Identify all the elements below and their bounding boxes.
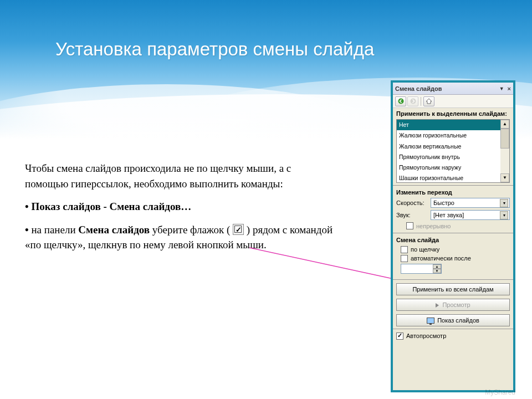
checkbox-illustration-icon bbox=[233, 224, 244, 235]
screen-icon bbox=[427, 318, 434, 324]
sound-row: Звук: [Нет звука] ▾ bbox=[396, 210, 510, 220]
svg-point-2 bbox=[410, 99, 416, 104]
preview-button[interactable]: Просмотр bbox=[396, 299, 510, 311]
chevron-down-icon[interactable]: ▼ bbox=[499, 86, 504, 91]
slide-title: Установка параметров смены слайда bbox=[55, 39, 399, 60]
dropdown-value: [Нет звука] bbox=[433, 212, 464, 218]
paragraph: Чтобы смена слайдов происходила не по ще… bbox=[25, 161, 335, 191]
slideshow-button[interactable]: Показ слайдов bbox=[396, 314, 510, 326]
speed-label: Скорость: bbox=[396, 200, 427, 206]
body-text: Чтобы смена слайдов происходила не по ще… bbox=[25, 161, 335, 260]
nav-back-button[interactable] bbox=[395, 96, 406, 106]
spinner-buttons[interactable]: ▲▼ bbox=[433, 264, 441, 273]
section-label: Смена слайда bbox=[396, 237, 510, 244]
scroll-thumb[interactable] bbox=[500, 129, 509, 149]
section-label: Применить к выделенным слайдам: bbox=[396, 110, 510, 117]
autopreview-row: Автопросмотр bbox=[393, 330, 513, 342]
sound-label: Звук: bbox=[396, 212, 427, 218]
pane-title: Смена слайдов bbox=[395, 85, 499, 92]
apply-all-button[interactable]: Применить ко всем слайдам bbox=[396, 283, 510, 295]
divider bbox=[393, 329, 513, 329]
speed-dropdown[interactable]: Быстро ▾ bbox=[431, 198, 510, 208]
loop-label: непрерывно bbox=[416, 223, 451, 229]
autopreview-label: Автопросмотр bbox=[406, 332, 446, 339]
time-spinner[interactable]: ▲▼ bbox=[401, 264, 442, 274]
list-items: Нет Жалюзи горизонтальные Жалюзи вертика… bbox=[397, 120, 500, 182]
scroll-up-icon[interactable]: ▲ bbox=[500, 120, 509, 129]
list-item[interactable]: Нет bbox=[397, 120, 500, 130]
text: уберите флажок ( bbox=[150, 224, 233, 236]
on-click-row: по щелчку bbox=[401, 246, 510, 253]
bullet-item: Показ слайдов - Смена слайдов… bbox=[25, 199, 335, 214]
task-pane: Смена слайдов ▼ × Применить к выделенным… bbox=[391, 80, 515, 392]
nav-home-button[interactable] bbox=[423, 96, 434, 106]
svg-point-1 bbox=[398, 99, 403, 104]
dropdown-value: Быстро bbox=[433, 200, 454, 206]
list-item[interactable]: Жалюзи горизонтальные bbox=[397, 130, 500, 141]
modify-section: Изменить переход Скорость: Быстро ▾ Звук… bbox=[393, 187, 513, 232]
auto-after-checkbox[interactable] bbox=[401, 255, 408, 262]
auto-after-label: автоматически после bbox=[411, 255, 471, 262]
play-icon bbox=[436, 303, 439, 308]
scroll-down-icon[interactable]: ▼ bbox=[500, 173, 509, 182]
section-label: Изменить переход bbox=[396, 189, 510, 196]
list-item[interactable]: Прямоугольник внутрь bbox=[397, 152, 500, 162]
loop-checkbox bbox=[406, 222, 413, 229]
watermark: MyShared bbox=[485, 388, 515, 396]
pane-titlebar: Смена слайдов ▼ × bbox=[393, 83, 513, 95]
advance-section: Смена слайда по щелчку автоматически пос… bbox=[393, 234, 513, 278]
divider bbox=[393, 185, 513, 186]
chevron-down-icon[interactable]: ▾ bbox=[500, 199, 508, 207]
speed-row: Скорость: Быстро ▾ bbox=[396, 198, 510, 208]
close-icon[interactable]: × bbox=[508, 85, 511, 92]
scrollbar[interactable]: ▲ ▼ bbox=[500, 120, 509, 182]
separator bbox=[421, 97, 421, 106]
text: на панели bbox=[31, 224, 78, 236]
nav-forward-button[interactable] bbox=[407, 96, 418, 106]
chevron-down-icon[interactable]: ▾ bbox=[500, 211, 508, 219]
divider bbox=[393, 233, 513, 233]
sound-dropdown[interactable]: [Нет звука] ▾ bbox=[431, 210, 510, 220]
button-label: Просмотр bbox=[442, 301, 470, 308]
auto-after-row: автоматически после bbox=[401, 255, 510, 262]
bullet-item: на панели Смена слайдов уберите флажок (… bbox=[25, 222, 335, 253]
apply-section: Применить к выделенным слайдам: Нет Жалю… bbox=[393, 108, 513, 184]
transition-listbox[interactable]: Нет Жалюзи горизонтальные Жалюзи вертика… bbox=[396, 119, 510, 183]
list-item[interactable]: Жалюзи вертикальные bbox=[397, 141, 500, 152]
loop-checkbox-row: непрерывно bbox=[406, 222, 510, 229]
on-click-checkbox[interactable] bbox=[401, 246, 408, 253]
on-click-label: по щелчку bbox=[411, 246, 439, 253]
text-bold: Смена слайдов bbox=[78, 224, 150, 236]
button-label: Показ слайдов bbox=[437, 317, 479, 324]
divider bbox=[393, 279, 513, 280]
list-item[interactable]: Шашки горизонтальные bbox=[397, 173, 500, 182]
autopreview-checkbox[interactable] bbox=[396, 332, 403, 340]
scroll-track[interactable] bbox=[500, 129, 509, 173]
list-item[interactable]: Прямоугольник наружу bbox=[397, 162, 500, 173]
pane-nav bbox=[393, 95, 513, 108]
